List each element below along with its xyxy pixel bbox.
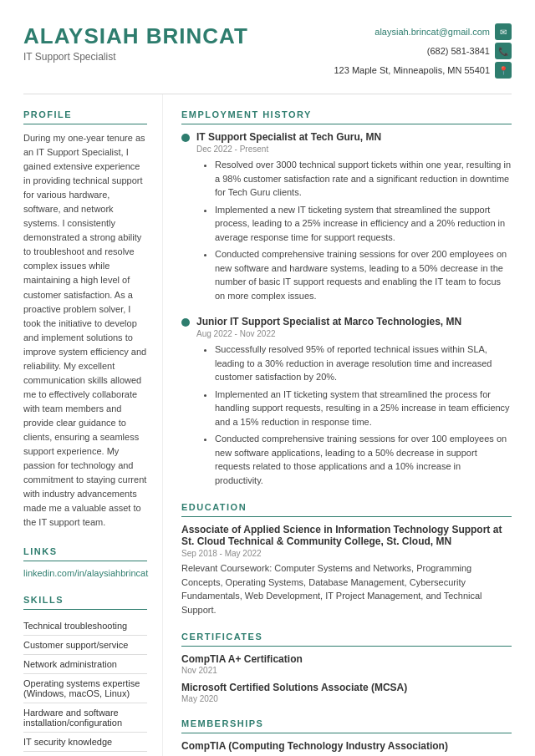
emp-dot bbox=[181, 318, 190, 327]
phone-row: (682) 581-3841 📞 bbox=[334, 43, 512, 59]
skills-list: Technical troubleshootingCustomer suppor… bbox=[23, 616, 147, 756]
edu-coursework: Relevant Coursework: Computer Systems an… bbox=[181, 561, 512, 616]
header: ALAYSIAH BRINCAT IT Support Specialist a… bbox=[0, 0, 535, 94]
skill-item: Network administration bbox=[23, 655, 147, 674]
linkedin-link[interactable]: linkedin.com/in/alaysiahbrincat bbox=[23, 568, 147, 578]
cert-title: CompTIA A+ Certification bbox=[181, 653, 512, 665]
employment-section: EMPLOYMENT HISTORY IT Support Specialist… bbox=[181, 109, 512, 487]
emp-header: Junior IT Support Specialist at Marco Te… bbox=[181, 316, 512, 327]
skill-item: Hardware and software installation/confi… bbox=[23, 703, 147, 733]
applicant-title: IT Support Specialist bbox=[23, 51, 248, 63]
certificates-section: CERTIFICATES CompTIA A+ CertificationNov… bbox=[181, 632, 512, 703]
phone-icon: 📞 bbox=[495, 43, 512, 59]
right-column: EMPLOYMENT HISTORY IT Support Specialist… bbox=[163, 94, 535, 756]
skill-item: Problem-solving and critical thinking bbox=[23, 752, 147, 756]
left-column: PROFILE During my one-year tenure as an … bbox=[0, 94, 163, 756]
emp-bullet: Implemented a new IT ticketing system th… bbox=[215, 203, 512, 245]
edu-dates: Sep 2018 - May 2022 bbox=[181, 549, 512, 558]
emp-bullet: Conducted comprehensive training session… bbox=[215, 432, 512, 487]
main-content: PROFILE During my one-year tenure as an … bbox=[0, 94, 535, 756]
profile-text: During my one-year tenure as an IT Suppo… bbox=[23, 131, 147, 530]
education-section: EDUCATION Associate of Applied Science i… bbox=[181, 502, 512, 616]
emp-title: Junior IT Support Specialist at Marco Te… bbox=[196, 316, 461, 327]
employment-entry: IT Support Specialist at Tech Guru, MNDe… bbox=[181, 131, 512, 302]
emp-bullet: Implemented an IT ticketing system that … bbox=[215, 388, 512, 429]
header-right: alaysiah.brincat@gmail.com ✉ (682) 581-3… bbox=[334, 23, 512, 79]
emp-dot bbox=[181, 134, 190, 142]
emp-title: IT Support Specialist at Tech Guru, MN bbox=[196, 131, 381, 143]
certificates-list: CompTIA A+ CertificationNov 2021Microsof… bbox=[181, 653, 512, 703]
emp-bullet: Resolved over 3000 technical support tic… bbox=[215, 158, 512, 200]
employment-title: EMPLOYMENT HISTORY bbox=[181, 109, 512, 124]
cert-date: Nov 2021 bbox=[181, 666, 512, 675]
employment-list: IT Support Specialist at Tech Guru, MNDe… bbox=[181, 131, 512, 487]
edu-degree: Associate of Applied Science in Informat… bbox=[181, 524, 512, 547]
links-section: LINKS linkedin.com/in/alaysiahbrincat bbox=[23, 546, 147, 578]
cert-date: May 2020 bbox=[181, 694, 512, 703]
email-row: alaysiah.brincat@gmail.com ✉ bbox=[334, 23, 512, 40]
skills-title: SKILLS bbox=[23, 595, 147, 610]
links-title: LINKS bbox=[23, 546, 147, 561]
address-text: 123 Maple St, Minneapolis, MN 55401 bbox=[334, 65, 491, 75]
skills-section: SKILLS Technical troubleshootingCustomer… bbox=[23, 595, 147, 756]
applicant-name: ALAYSIAH BRINCAT bbox=[23, 23, 248, 49]
certificates-title: CERTIFICATES bbox=[181, 632, 512, 647]
emp-bullet: Conducted comprehensive training session… bbox=[215, 247, 512, 302]
emp-dates: Aug 2022 - Nov 2022 bbox=[196, 329, 512, 338]
memberships-title: MEMBERSHIPS bbox=[181, 718, 512, 733]
memberships-section: MEMBERSHIPS CompTIA (Computing Technolog… bbox=[181, 718, 512, 752]
skill-item: IT security knowledge bbox=[23, 733, 147, 752]
employment-entry: Junior IT Support Specialist at Marco Te… bbox=[181, 316, 512, 487]
skill-item: Technical troubleshooting bbox=[23, 616, 147, 636]
profile-section: PROFILE During my one-year tenure as an … bbox=[23, 109, 147, 530]
email-icon: ✉ bbox=[495, 23, 512, 40]
emp-bullets: Resolved over 3000 technical support tic… bbox=[205, 158, 512, 302]
address-row: 123 Maple St, Minneapolis, MN 55401 📍 bbox=[334, 62, 512, 79]
emp-bullet: Successfully resolved 95% of reported te… bbox=[215, 342, 512, 384]
membership-item: CompTIA (Computing Technology Industry A… bbox=[181, 740, 512, 752]
emp-bullets: Successfully resolved 95% of reported te… bbox=[205, 342, 512, 487]
profile-title: PROFILE bbox=[23, 109, 147, 124]
email-text: alaysiah.brincat@gmail.com bbox=[374, 27, 490, 37]
emp-dates: Dec 2022 - Present bbox=[196, 145, 512, 154]
skill-item: Customer support/service bbox=[23, 636, 147, 655]
header-left: ALAYSIAH BRINCAT IT Support Specialist bbox=[23, 23, 248, 63]
phone-text: (682) 581-3841 bbox=[427, 46, 490, 56]
memberships-list: CompTIA (Computing Technology Industry A… bbox=[181, 740, 512, 752]
cert-title: Microsoft Certified Solutions Associate … bbox=[181, 682, 512, 693]
location-icon: 📍 bbox=[495, 62, 512, 79]
skill-item: Operating systems expertise (Windows, ma… bbox=[23, 674, 147, 703]
education-title: EDUCATION bbox=[181, 502, 512, 517]
emp-header: IT Support Specialist at Tech Guru, MN bbox=[181, 131, 512, 143]
